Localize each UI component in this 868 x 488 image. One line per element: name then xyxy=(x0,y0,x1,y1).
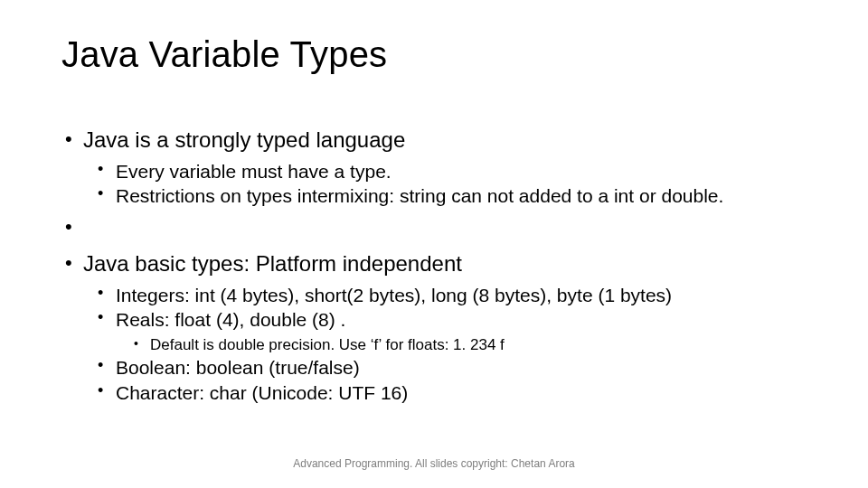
sub-bullet-integers: Integers: int (4 bytes), short(2 bytes),… xyxy=(94,283,814,307)
sub-list: Every variable must have a type. Restric… xyxy=(83,159,814,209)
slide-body: Java is a strongly typed language Every … xyxy=(61,127,814,410)
sub-sub-bullet: Default is double precision. Use ‘f’ for… xyxy=(130,335,814,355)
bullet-basic-types: Java basic types: Platform independent I… xyxy=(61,250,814,405)
sub-sub-list: Default is double precision. Use ‘f’ for… xyxy=(116,335,814,355)
spacer xyxy=(61,214,814,245)
sub-bullet-character: Character: char (Unicode: UTF 16) xyxy=(94,380,814,405)
slide-title: Java Variable Types xyxy=(61,34,387,75)
bullet-text: Java is a strongly typed language xyxy=(83,127,405,152)
bullet-strongly-typed: Java is a strongly typed language Every … xyxy=(61,127,814,209)
sub-bullet: Every variable must have a type. xyxy=(94,159,814,183)
slide-footer: Advanced Programming. All slides copyrig… xyxy=(0,457,868,470)
sub-bullet-text: Reals: float (4), double (8) . xyxy=(116,309,345,330)
sub-list: Integers: int (4 bytes), short(2 bytes),… xyxy=(83,283,814,405)
slide: Java Variable Types Java is a strongly t… xyxy=(0,0,868,488)
bullet-list: Java is a strongly typed language Every … xyxy=(61,127,814,405)
sub-bullet: Restrictions on types intermixing: strin… xyxy=(94,183,814,208)
sub-bullet-reals: Reals: float (4), double (8) . Default i… xyxy=(94,307,814,355)
bullet-text: Java basic types: Platform independent xyxy=(83,251,462,276)
sub-bullet-boolean: Boolean: boolean (true/false) xyxy=(94,355,814,380)
